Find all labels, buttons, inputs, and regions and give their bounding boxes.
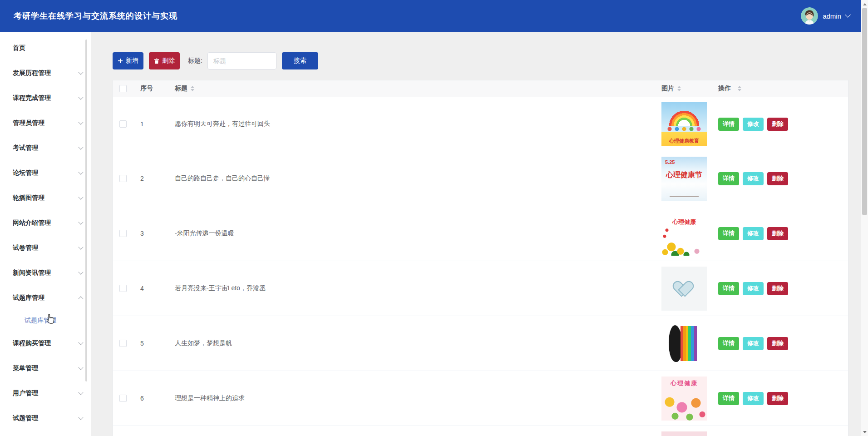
sidebar-item[interactable]: 试卷管理 bbox=[0, 235, 91, 260]
row-image bbox=[661, 322, 707, 366]
trash-icon bbox=[154, 58, 159, 64]
delete-button[interactable]: 删除 bbox=[767, 337, 788, 350]
chevron-up-icon bbox=[78, 296, 83, 301]
sidebar-item[interactable]: 轮播图管理 bbox=[0, 185, 91, 210]
sort-carets-icon[interactable] bbox=[191, 86, 194, 91]
detail-button[interactable]: 详情 bbox=[718, 227, 739, 240]
sidebar-item[interactable]: 菜单管理 bbox=[0, 356, 91, 381]
edit-button[interactable]: 修改 bbox=[743, 172, 764, 185]
chevron-down-icon bbox=[78, 365, 83, 370]
edit-button[interactable]: 修改 bbox=[743, 118, 764, 131]
sidebar-item-label: 轮播图管理 bbox=[13, 194, 44, 202]
chevron-down-icon bbox=[78, 194, 83, 199]
edit-button[interactable]: 修改 bbox=[743, 227, 764, 240]
delete-button[interactable]: 删除 bbox=[767, 392, 788, 405]
sort-carets-icon[interactable] bbox=[738, 86, 741, 91]
sidebar-item[interactable]: 课程购买管理 bbox=[0, 331, 91, 356]
row-checkbox[interactable] bbox=[119, 285, 127, 292]
detail-button[interactable]: 详情 bbox=[718, 392, 739, 405]
sidebar-item[interactable]: 考试管理 bbox=[0, 135, 91, 160]
detail-button[interactable]: 详情 bbox=[718, 337, 739, 350]
chevron-down-icon bbox=[78, 94, 83, 99]
add-button[interactable]: 新增 bbox=[113, 52, 143, 69]
table-row: 2自己的路自己走，自己的心自己懂心理健康节5.25详情修改删除 bbox=[113, 151, 848, 206]
table-row: 5人生如梦，梦想是帆详情修改删除 bbox=[113, 316, 848, 371]
sidebar-item-label: 课程购买管理 bbox=[13, 339, 51, 347]
row-checkbox[interactable] bbox=[119, 395, 127, 402]
sidebar-item[interactable]: 首页 bbox=[0, 35, 91, 60]
detail-button[interactable]: 详情 bbox=[718, 282, 739, 295]
row-index: 3 bbox=[135, 230, 170, 237]
delete-button[interactable]: 删除 bbox=[767, 118, 788, 131]
sort-carets-icon[interactable] bbox=[677, 86, 681, 91]
column-header-index: 序号 bbox=[135, 84, 170, 93]
scroll-down-arrow[interactable] bbox=[861, 428, 868, 436]
sidebar-item-label: 用户管理 bbox=[13, 389, 38, 397]
table-row: 1愿你有明天可奔赴，有过往可回头心理健康教育详情修改删除 bbox=[113, 97, 848, 151]
sidebar-item-label: 首页 bbox=[13, 44, 25, 52]
row-index: 5 bbox=[135, 340, 170, 347]
image-subcaption: 5.25 bbox=[665, 159, 675, 165]
row-index: 1 bbox=[135, 120, 170, 128]
detail-button[interactable]: 详情 bbox=[718, 172, 739, 185]
sidebar-item[interactable]: 新闻资讯管理 bbox=[0, 260, 91, 285]
chevron-down-icon bbox=[78, 244, 83, 249]
row-checkbox[interactable] bbox=[119, 175, 127, 182]
sidebar-item[interactable]: 试题管理 bbox=[0, 406, 91, 431]
sidebar-menu: 首页发展历程管理课程完成管理管理员管理考试管理论坛管理轮播图管理网站介绍管理试卷… bbox=[0, 32, 91, 431]
row-title: 愿你有明天可奔赴，有过往可回头 bbox=[170, 120, 653, 128]
batch-delete-button[interactable]: 删除 bbox=[149, 52, 180, 69]
table-header-row: 序号 标题 图片 操作 bbox=[113, 80, 848, 97]
sidebar-item[interactable]: 管理员管理 bbox=[0, 110, 91, 135]
user-menu[interactable]: admin bbox=[801, 0, 850, 32]
table-body: 1愿你有明天可奔赴，有过往可回头心理健康教育详情修改删除2自己的路自己走，自己的… bbox=[113, 97, 848, 436]
edit-button[interactable]: 修改 bbox=[743, 282, 764, 295]
sidebar-item[interactable]: 论坛管理 bbox=[0, 160, 91, 185]
sidebar-item[interactable]: 发展历程管理 bbox=[0, 60, 91, 85]
delete-button[interactable]: 删除 bbox=[767, 282, 788, 295]
sidebar-item-label: 考试管理 bbox=[13, 144, 38, 152]
scroll-up-arrow[interactable] bbox=[861, 0, 868, 8]
edit-button[interactable]: 修改 bbox=[743, 337, 764, 350]
row-title: 理想是一种精神上的追求 bbox=[170, 394, 653, 402]
title-search-input[interactable] bbox=[207, 52, 276, 69]
main-content: 新增 删除 标题: 搜索 序号 标题 图片 操作 bbox=[91, 32, 861, 436]
sidebar-item-label: 论坛管理 bbox=[13, 169, 38, 177]
row-image: 心理健康 bbox=[661, 212, 707, 256]
row-checkbox[interactable] bbox=[119, 230, 127, 237]
delete-button[interactable]: 删除 bbox=[767, 227, 788, 240]
image-caption: 心理健康教育 bbox=[661, 138, 707, 144]
row-checkbox[interactable] bbox=[119, 120, 127, 128]
sidebar-item[interactable]: 用户管理 bbox=[0, 381, 91, 406]
scrollbar-thumb[interactable] bbox=[862, 8, 867, 215]
chevron-down-icon bbox=[78, 269, 83, 274]
toolbar: 新增 删除 标题: 搜索 bbox=[113, 52, 318, 69]
row-actions: 详情修改删除 bbox=[713, 392, 847, 405]
table-row: 3-米阳光传递一份温暖心理健康详情修改删除 bbox=[113, 206, 848, 261]
image-caption: 心理健康 bbox=[661, 379, 707, 387]
delete-button[interactable]: 删除 bbox=[767, 172, 788, 185]
row-checkbox[interactable] bbox=[119, 340, 127, 347]
chevron-down-icon bbox=[78, 144, 83, 149]
row-actions: 详情修改删除 bbox=[713, 282, 847, 295]
row-image bbox=[661, 431, 707, 436]
chevron-down-icon bbox=[78, 169, 83, 174]
row-image bbox=[661, 267, 707, 311]
chevron-down-icon bbox=[78, 219, 83, 224]
title-field-label: 标题: bbox=[188, 57, 202, 65]
app-header: 考研学生在线学习与交流系统的设计与实现 admin bbox=[0, 0, 861, 32]
column-header-title: 标题 bbox=[170, 84, 653, 93]
row-actions: 详情修改删除 bbox=[713, 118, 847, 131]
sidebar-item[interactable]: 网站介绍管理 bbox=[0, 210, 91, 235]
table-row: 详情修改删除 bbox=[113, 426, 848, 436]
detail-button[interactable]: 详情 bbox=[718, 118, 739, 131]
sidebar-item[interactable]: 试题库管理 bbox=[0, 285, 91, 310]
search-button[interactable]: 搜索 bbox=[282, 52, 318, 69]
username: admin bbox=[823, 12, 841, 20]
sidebar-scrollbar[interactable] bbox=[85, 40, 87, 382]
select-all-checkbox[interactable] bbox=[119, 85, 127, 92]
avatar[interactable] bbox=[801, 7, 818, 25]
row-title: -米阳光传递一份温暖 bbox=[170, 229, 653, 238]
edit-button[interactable]: 修改 bbox=[743, 392, 764, 405]
sidebar-item[interactable]: 课程完成管理 bbox=[0, 85, 91, 110]
